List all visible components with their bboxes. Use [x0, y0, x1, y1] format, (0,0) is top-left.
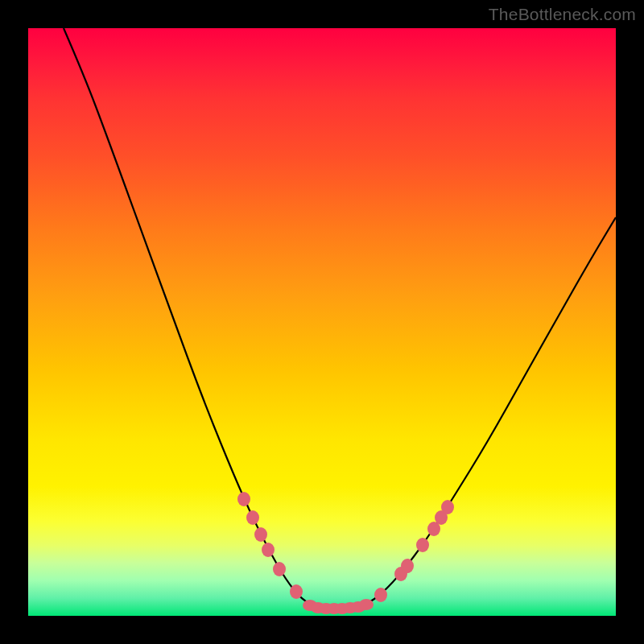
curve-marker — [246, 510, 259, 525]
curve-marker — [416, 538, 429, 552]
curve-marker — [262, 543, 275, 557]
curve-marker — [273, 562, 286, 576]
curve-marker — [359, 599, 374, 610]
curve-marker — [374, 588, 387, 602]
curve-marker — [441, 500, 454, 514]
watermark-text: TheBottleneck.com — [489, 5, 636, 24]
curve-marker — [290, 584, 303, 599]
chart-frame: TheBottleneck.com — [0, 0, 644, 644]
curve-layer — [28, 28, 616, 616]
bottleneck-curve — [64, 28, 616, 608]
curve-marker — [254, 527, 267, 542]
curve-marker — [237, 492, 250, 506]
curve-marker — [401, 559, 414, 573]
curve-markers — [237, 492, 454, 614]
